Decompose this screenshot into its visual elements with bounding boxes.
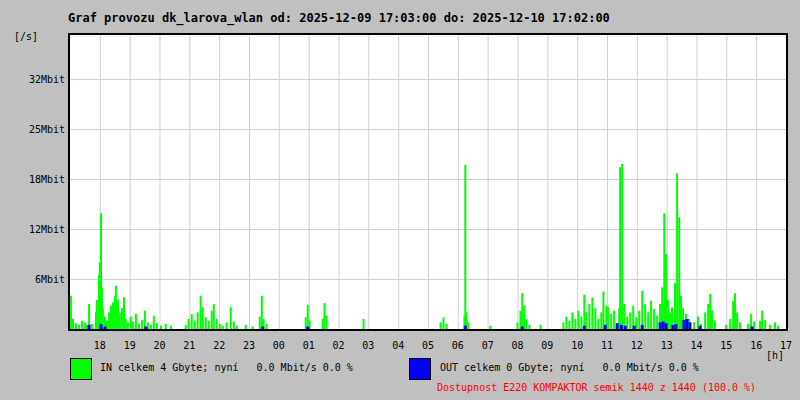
x-tick-12: 12: [622, 340, 652, 351]
in-traffic-spike: [127, 322, 129, 329]
out-traffic-spike: [633, 326, 636, 329]
in-traffic-spike: [580, 317, 582, 330]
in-traffic-spike: [121, 308, 123, 329]
in-traffic-spike: [600, 312, 602, 329]
in-traffic-spike: [707, 304, 709, 329]
x-tick-06: 06: [443, 340, 473, 351]
x-tick-02: 02: [324, 340, 354, 351]
in-traffic-spike: [568, 321, 570, 329]
in-traffic-spike: [185, 325, 187, 329]
in-traffic-spike: [747, 324, 749, 329]
y-tick-6Mbit: 6Mbit: [0, 274, 65, 285]
in-traffic-spike: [647, 312, 649, 329]
out-traffic-spike: [620, 325, 623, 329]
in-traffic-spike: [623, 304, 625, 329]
in-traffic-spike: [125, 319, 127, 329]
out-traffic-spike: [88, 325, 91, 329]
in-traffic-spike: [132, 322, 134, 330]
in-traffic-spike: [213, 304, 215, 329]
in-traffic-spike: [233, 322, 235, 330]
in-traffic-spike: [150, 325, 152, 329]
x-tick-18: 18: [85, 340, 115, 351]
in-traffic-spike: [72, 319, 74, 329]
in-traffic-spike: [130, 317, 132, 330]
in-traffic-spike: [597, 319, 599, 329]
in-traffic-spike: [521, 293, 523, 329]
in-traffic-spike: [153, 316, 155, 329]
x-tick-11: 11: [592, 340, 622, 351]
in-traffic-spike: [443, 317, 445, 329]
in-traffic-spike: [517, 322, 519, 329]
in-traffic-spike: [445, 324, 447, 329]
out-traffic-spike: [261, 327, 264, 330]
in-traffic-spike: [591, 297, 593, 329]
x-tick-19: 19: [115, 340, 145, 351]
in-traffic-spike: [489, 326, 491, 329]
in-traffic-spike: [562, 322, 564, 329]
in-traffic-spike: [208, 321, 210, 329]
x-tick-07: 07: [473, 340, 503, 351]
traffic-chart: [70, 35, 786, 329]
in-traffic-spike: [170, 326, 172, 329]
x-tick-15: 15: [711, 340, 741, 351]
in-traffic-spike: [574, 319, 576, 329]
out-traffic-spike: [583, 326, 586, 329]
out-traffic-spike: [750, 327, 753, 330]
in-traffic-spike: [205, 317, 207, 329]
in-traffic-spike: [669, 312, 671, 329]
in-traffic-spike: [188, 319, 190, 329]
in-traffic-spike: [714, 321, 716, 329]
in-traffic-spike: [123, 297, 125, 329]
in-traffic-spike: [138, 324, 140, 329]
in-traffic-spike: [219, 324, 221, 329]
in-traffic-spike: [693, 322, 695, 329]
in-traffic-spike: [621, 164, 623, 329]
in-traffic-spike: [467, 322, 469, 329]
y-tick-25Mbit: 25Mbit: [0, 124, 65, 135]
in-traffic-spike: [583, 295, 585, 329]
availability-text: Dostupnost E220 KOMPAKTOR semik 1440 z 1…: [437, 382, 756, 393]
x-tick-00: 00: [264, 340, 294, 351]
in-traffic-spike: [709, 294, 711, 329]
in-traffic-spike: [110, 306, 112, 329]
in-traffic-spike: [108, 312, 110, 329]
in-traffic-spike: [674, 283, 676, 329]
in-traffic-spike: [588, 304, 590, 329]
in-traffic-spike: [613, 311, 615, 329]
in-traffic-spike: [117, 300, 119, 329]
legend-out-label: OUT celkem 0 Gbyte; nyní 0.0 Mbit/s 0.0 …: [440, 362, 699, 373]
in-traffic-spike: [75, 323, 77, 329]
in-traffic-spike: [761, 311, 763, 329]
in-traffic-spike: [653, 309, 655, 329]
in-traffic-spike: [112, 302, 114, 329]
in-traffic-spike: [607, 307, 609, 329]
in-traffic-spike: [610, 314, 612, 329]
in-traffic-spike: [676, 173, 678, 329]
in-traffic-spike: [91, 324, 93, 329]
in-traffic-spike: [704, 312, 706, 329]
in-traffic-spike: [115, 286, 117, 329]
out-traffic-spike: [665, 323, 668, 329]
out-traffic-spike: [103, 327, 106, 330]
in-traffic-spike: [78, 325, 80, 329]
in-traffic-spike: [135, 314, 137, 329]
in-traffic-spike: [777, 326, 779, 329]
in-traffic-spike: [322, 319, 324, 329]
in-traffic-spike: [197, 312, 199, 329]
in-traffic-spike: [81, 321, 83, 329]
out-traffic-spike: [688, 322, 691, 329]
in-traffic-spike: [70, 296, 72, 329]
in-traffic-spike: [326, 316, 328, 329]
in-traffic-spike: [236, 326, 238, 329]
in-traffic-spike: [141, 320, 143, 329]
in-traffic-spike: [144, 311, 146, 329]
in-traffic-spike: [464, 165, 466, 329]
in-traffic-spike: [202, 307, 204, 329]
out-traffic-spike: [671, 325, 674, 329]
in-traffic-spike: [594, 308, 596, 329]
in-traffic-spike: [656, 316, 658, 329]
in-traffic-spike: [259, 317, 261, 330]
y-tick-12Mbit: 12Mbit: [0, 224, 65, 235]
in-traffic-spike: [739, 322, 741, 329]
in-traffic-spike: [252, 327, 254, 330]
